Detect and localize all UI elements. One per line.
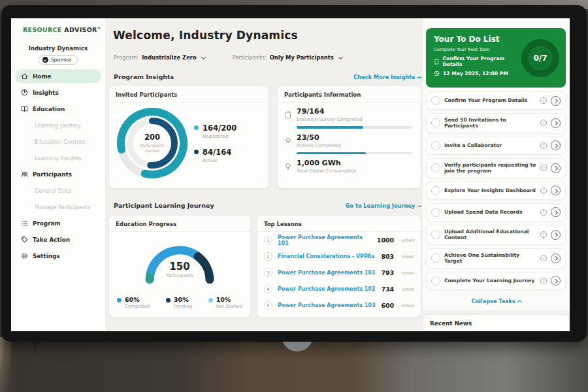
todo-go-button[interactable] [551,96,561,106]
lesson-link[interactable]: Financial Considerations - VPPAs [278,253,376,259]
todo-go-button[interactable] [551,253,561,263]
check-more-insights-link[interactable]: Check More Insights→ [353,74,421,80]
chevron-down-icon [338,54,343,59]
todo-item: Achieve One Sustainability Target ? [426,248,566,269]
views-suffix: views [401,287,414,292]
education-gauge-chart: 150 Participants [134,238,225,288]
logo-secondary: ADVISOR [64,26,97,33]
sidebar-item-education-content[interactable]: Education Content [11,133,105,150]
todo-progress-ring: 0/7 [521,39,559,77]
sidebar-item-general-data[interactable]: General Data [11,182,105,199]
stat-value: 79/164 [297,108,363,115]
sidebar-item-program[interactable]: Program [11,215,105,231]
sidebar-item-learning-journey[interactable]: Learning Journey [11,117,105,133]
lesson-link[interactable]: Power Purchase Agreements 101 [278,235,372,246]
todo-go-button[interactable] [551,207,561,217]
legend-label: Not Started [216,304,242,309]
learning-journey-section-header: Participant Learning Journey Go to Learn… [114,202,421,209]
card-title: Participants Information [278,86,421,103]
info-icon[interactable]: ? [540,165,547,171]
todo-checkbox[interactable] [431,118,440,127]
info-icon[interactable]: ? [540,231,547,238]
lesson-link[interactable]: Power Purchase Agreements 102 [278,286,376,292]
collapse-tasks-label: Collapse Tasks [471,298,515,304]
todo-checkbox[interactable] [431,163,440,172]
todo-checkbox[interactable] [431,230,440,239]
todo-go-button[interactable] [551,140,561,150]
sidebar-item-manage-participants[interactable]: Manage Participants [11,199,105,215]
stat-label: Total Global Consumption [297,168,357,174]
todo-item-label: Confirm Your Program Details [444,97,536,103]
sponsor-badge[interactable]: Sponsor [39,55,78,65]
donut-legend: 164/200 Registered 84/164 Active [194,123,237,163]
legend-label: Pending [174,304,192,309]
sidebar-item-education[interactable]: Education [11,101,105,117]
take-action-icon [21,236,28,243]
info-icon[interactable]: ? [540,97,547,104]
lesson-rank: 5 [264,301,272,310]
section-title: Participant Learning Journey [114,202,214,209]
legend-label: Completed [125,304,150,309]
legend-item-pending: 30% Pending [166,296,192,309]
insights-icon [21,89,28,96]
stat-emission-survey: 79/164 Emission Survey Completed [278,103,421,129]
divider [11,39,105,39]
todo-go-button[interactable] [551,276,561,286]
todo-checkbox[interactable] [431,96,440,105]
donut-center-value: 200 [144,133,160,142]
sidebar-item-settings[interactable]: Settings [11,248,105,264]
arrow-right-icon: → [417,203,421,209]
todo-due: 12 May 2025, 12:00 PM [434,71,521,76]
sidebar-item-learning-insights[interactable]: Learning Insights [11,150,105,166]
sidebar-item-take-action[interactable]: Take Action [11,231,105,248]
sidebar-item-participants[interactable]: Participants [11,166,105,182]
todo-item: Verify participants requesting to join t… [426,158,566,178]
info-icon[interactable]: ? [540,120,547,126]
info-icon[interactable]: ? [540,209,547,216]
sidebar-item-label: Settings [33,253,60,259]
todo-go-button[interactable] [551,186,561,195]
lesson-link[interactable]: Power Purchase Agreements 101 [278,270,376,276]
todo-go-button[interactable] [551,230,561,240]
todo-go-button[interactable] [551,163,561,173]
lesson-row: 4 Power Purchase Agreements 102 734 view… [257,281,421,297]
todo-checkbox[interactable] [431,253,440,263]
sidebar-item-insights[interactable]: Insights [11,84,105,101]
legend-dot [194,125,199,130]
clipboard-icon [434,59,440,65]
top-lessons-card: Top Lessons 1 Power Purchase Agreements … [257,215,421,318]
legend-dot [208,298,213,302]
filters-row: Program: Industrialize Zero Participants… [114,54,342,61]
arrow-right-icon: → [417,74,421,80]
info-icon[interactable]: ? [540,255,547,261]
views-suffix: views [401,238,414,243]
collapse-tasks-link[interactable]: Collapse Tasks [423,298,570,304]
clock-icon [434,71,440,76]
legend-value: 84/164 [203,148,231,157]
lesson-views: 803 [381,253,394,260]
todo-go-button[interactable] [551,118,561,128]
todo-checkbox[interactable] [431,276,440,286]
participants-select[interactable]: Participants: Only My Participants [233,54,342,61]
gauge-center-value: 150 [134,261,225,272]
stat-actions: 23/50 Actions Completed [278,129,421,155]
todo-checkbox[interactable] [431,208,440,217]
go-to-learning-journey-link[interactable]: Go to Learning Journey→ [346,203,421,209]
card-title: Education Progress [109,216,250,232]
program-select[interactable]: Program: Industrialize Zero [114,54,205,61]
todo-checkbox[interactable] [431,141,440,150]
todo-item: Upload Additional Educational Content ? [426,225,566,245]
education-progress-card: Education Progress 150 Participants 60% … [108,215,251,318]
todo-checkbox[interactable] [431,186,440,195]
info-icon[interactable]: ? [540,278,547,284]
sidebar-item-label: Learning Insights [35,155,82,161]
sidebar-item-label: Manage Participants [35,204,90,210]
lesson-views: 1000 [377,237,394,244]
todo-item-label: Upload Additional Educational Content [444,229,536,241]
sidebar-item-home[interactable]: Home [15,69,101,83]
stat-label: Actions Completed [297,142,341,148]
lesson-link[interactable]: Power Purchase Agreements 103 [278,302,376,308]
info-icon[interactable]: ? [540,142,547,149]
info-icon[interactable]: ? [540,188,547,194]
sidebar-item-label: Home [33,73,52,80]
